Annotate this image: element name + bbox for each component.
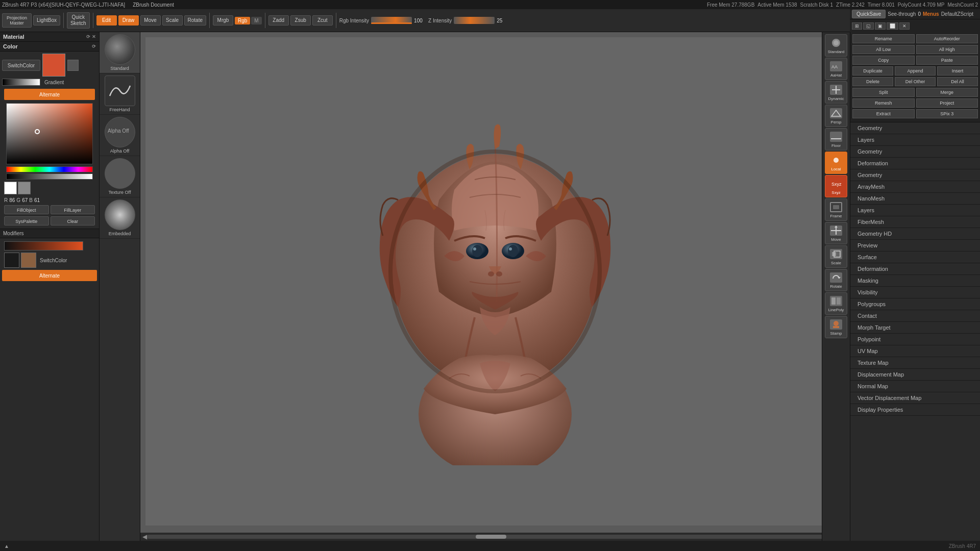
tool-stamp[interactable]: Stamp bbox=[825, 316, 847, 338]
append-btn[interactable]: Append bbox=[895, 66, 936, 76]
remesh-btn[interactable]: Remesh bbox=[852, 98, 915, 108]
brush-item-embedded[interactable]: Embedded bbox=[100, 197, 140, 239]
section-normal-map[interactable]: Polypoint bbox=[850, 334, 980, 345]
section-fibermesh[interactable]: Geometry bbox=[850, 169, 980, 181]
insert-btn[interactable]: Insert bbox=[937, 66, 978, 76]
fill-layer-btn[interactable]: FillLayer bbox=[51, 205, 95, 214]
tool-dynamic[interactable]: Dynamic bbox=[825, 81, 847, 104]
color-picker[interactable] bbox=[6, 103, 93, 164]
merge-btn[interactable]: Merge bbox=[916, 88, 978, 97]
scale-btn[interactable]: Scale bbox=[162, 15, 183, 26]
menu-doc[interactable]: ZBrush Document bbox=[130, 2, 177, 8]
quick-sketch-btn[interactable]: QuickSketch bbox=[67, 12, 90, 29]
zsub-btn[interactable]: Zsub bbox=[290, 15, 311, 26]
canvas-area[interactable] bbox=[145, 37, 845, 525]
zcut-btn[interactable]: Zcut bbox=[312, 15, 333, 26]
tool-linefill[interactable]: LinePoly bbox=[825, 292, 847, 315]
section-surface[interactable]: Layers bbox=[850, 205, 980, 216]
section-export[interactable]: Display Properties bbox=[850, 404, 980, 416]
del-other-btn[interactable]: Del Other bbox=[895, 77, 936, 86]
rgb-intensity-slider[interactable] bbox=[371, 17, 412, 24]
all-low-btn[interactable]: All Low bbox=[852, 45, 915, 54]
tool-frame[interactable]: Frame bbox=[825, 198, 847, 221]
auto-reorder-btn[interactable]: AutoReorder bbox=[916, 34, 978, 43]
tool-local[interactable]: Local bbox=[825, 152, 847, 174]
section-unified-skin[interactable]: Displacement Map bbox=[850, 369, 980, 381]
mrgb-btn[interactable]: Mrgb bbox=[213, 15, 233, 26]
rename-btn[interactable]: Rename bbox=[852, 34, 915, 43]
gradient-btn[interactable] bbox=[2, 79, 40, 86]
project-btn[interactable]: Project bbox=[916, 98, 978, 108]
quicksave-button[interactable]: QuickSave bbox=[852, 10, 886, 18]
section-polypoint[interactable]: Visibility bbox=[850, 287, 980, 298]
default-zscript[interactable]: DefaultZScript bbox=[941, 11, 973, 17]
tool-persp[interactable]: Persp bbox=[825, 105, 847, 127]
all-high-btn[interactable]: All High bbox=[916, 45, 978, 54]
section-polygroups[interactable]: Surface bbox=[850, 252, 980, 263]
extract-btn[interactable]: Extract bbox=[852, 109, 915, 118]
clear-btn[interactable]: Clear bbox=[51, 216, 95, 226]
icon-btn-3[interactable]: ▣ bbox=[875, 22, 886, 30]
section-texture-map[interactable]: Contact bbox=[850, 310, 980, 322]
tool-floor[interactable]: Floor bbox=[825, 128, 847, 151]
rgb-btn[interactable]: Rgb bbox=[235, 17, 250, 24]
fill-object-btn[interactable]: FillObject bbox=[4, 205, 49, 214]
edit-btn[interactable]: Edit bbox=[96, 15, 117, 26]
zadd-btn[interactable]: Zadd bbox=[268, 15, 289, 26]
section-import[interactable]: Vector Displacement Map bbox=[850, 392, 980, 404]
section-contact[interactable]: Deformation bbox=[850, 263, 980, 275]
h-scrollbar[interactable]: ◀ ▶ ▲ bbox=[140, 533, 850, 541]
sc-black-swatch[interactable] bbox=[4, 253, 19, 268]
white-swatch[interactable] bbox=[4, 182, 17, 194]
alpha-bar[interactable] bbox=[6, 173, 93, 180]
brush-item-standard[interactable]: Standard bbox=[100, 32, 140, 73]
section-geometry-1[interactable]: Geometry bbox=[850, 122, 980, 134]
section-geometry-hd[interactable]: ArrayMesh bbox=[850, 181, 980, 193]
gray-swatch[interactable] bbox=[18, 182, 31, 194]
move-btn[interactable]: Move bbox=[140, 15, 161, 26]
icon-btn-2[interactable]: ◱ bbox=[863, 22, 874, 30]
tool-move[interactable]: Move bbox=[825, 222, 847, 244]
main-color-swatch[interactable] bbox=[42, 54, 65, 77]
sc-tan-swatch[interactable] bbox=[21, 253, 36, 268]
alternate-btn-2[interactable]: Alternate bbox=[2, 270, 97, 281]
hue-bar[interactable] bbox=[6, 166, 93, 172]
tool-rotate[interactable]: Rotate bbox=[825, 269, 847, 291]
brush-item-textureoff[interactable]: Texture Off bbox=[100, 156, 140, 197]
tool-standard[interactable]: Standard bbox=[825, 34, 847, 57]
section-masking[interactable]: Geometry HD bbox=[850, 228, 980, 240]
section-preview[interactable]: NanoMesh bbox=[850, 193, 980, 205]
brush-item-alphaoff[interactable]: Alpha Off Alpha Off bbox=[100, 115, 140, 156]
section-display-properties[interactable]: Texture Map bbox=[850, 357, 980, 369]
del-all-btn[interactable]: Del All bbox=[937, 77, 978, 86]
split-btn[interactable]: Split bbox=[852, 88, 915, 97]
modifiers-header[interactable]: Modifiers bbox=[0, 229, 99, 238]
switch-color-btn[interactable]: SwitchColor bbox=[2, 60, 40, 71]
tool-sxyz[interactable]: Sxyz Sxyz bbox=[825, 175, 847, 197]
scroll-left-arrow[interactable]: ◀ bbox=[142, 533, 147, 540]
secondary-color-swatch[interactable] bbox=[67, 60, 79, 71]
maximize-btn[interactable]: ⬜ bbox=[887, 22, 898, 30]
close-btn[interactable]: ✕ bbox=[899, 22, 910, 30]
section-uv-map[interactable]: Polygroups bbox=[850, 298, 980, 310]
z-intensity-slider[interactable] bbox=[454, 17, 495, 24]
duplicate-btn[interactable]: Duplicate bbox=[852, 66, 893, 76]
section-layers[interactable]: Deformation bbox=[850, 158, 980, 169]
tool-aahat[interactable]: AA AaHat bbox=[825, 58, 847, 80]
m-btn[interactable]: M bbox=[251, 17, 261, 24]
rotate-btn[interactable]: Rotate bbox=[184, 15, 206, 26]
lightbox-btn[interactable]: LightBox bbox=[33, 15, 60, 26]
section-nanomesh[interactable]: Geometry bbox=[850, 146, 980, 158]
scroll-thumb[interactable] bbox=[476, 535, 506, 539]
section-deformation[interactable]: FiberMesh bbox=[850, 216, 980, 228]
projection-master-btn[interactable]: ProjectionMaster bbox=[2, 13, 32, 28]
alternate-btn[interactable]: Alternate bbox=[4, 89, 95, 100]
scroll-track[interactable] bbox=[147, 535, 835, 539]
tool-scale[interactable]: Scale bbox=[825, 245, 847, 268]
section-arraymesh[interactable]: Layers bbox=[850, 134, 980, 146]
paste-btn[interactable]: Paste bbox=[916, 56, 978, 65]
main-canvas[interactable]: ◀ ▶ ▲ bbox=[140, 32, 850, 541]
section-vector-displacement-map[interactable]: UV Map bbox=[850, 345, 980, 357]
delete-btn[interactable]: Delete bbox=[852, 77, 893, 86]
section-initialize[interactable]: Normal Map bbox=[850, 381, 980, 392]
